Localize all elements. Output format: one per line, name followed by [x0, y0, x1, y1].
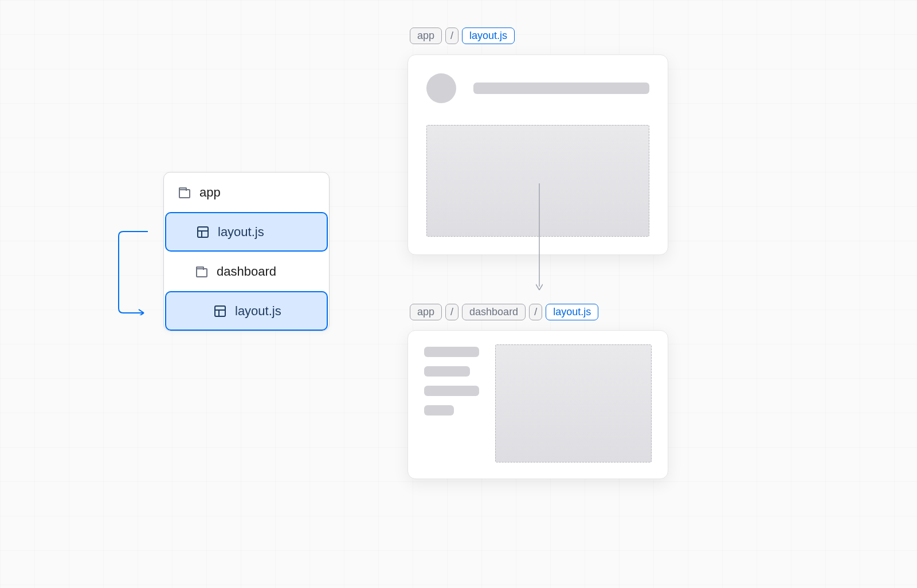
tree-item-label: layout.js [218, 225, 264, 240]
tree-item-dashboard-layout[interactable]: layout.js [165, 291, 328, 331]
breadcrumb-segment-layout: layout.js [546, 304, 598, 320]
preview-sidebar [424, 344, 479, 462]
file-tree: app layout.js dashboard layout.js [163, 172, 330, 331]
children-slot [495, 344, 652, 462]
breadcrumb-separator: / [445, 28, 458, 44]
breadcrumb-bottom: app / dashboard / layout.js [410, 304, 598, 320]
breadcrumb-segment-layout: layout.js [462, 28, 515, 44]
layout-icon [214, 305, 226, 317]
tree-item-label: dashboard [217, 264, 276, 279]
tree-item-label: app [199, 185, 221, 200]
nav-item-placeholder [424, 386, 479, 396]
folder-icon [179, 189, 190, 198]
layout-preview-dashboard [407, 330, 668, 479]
tree-item-dashboard[interactable]: dashboard [164, 252, 329, 291]
layout-preview-root [407, 54, 668, 255]
breadcrumb-separator: / [529, 304, 542, 320]
tree-item-label: layout.js [235, 304, 281, 319]
tree-item-app[interactable]: app [164, 173, 329, 212]
breadcrumb-segment-app: app [410, 304, 442, 320]
tree-connector-arrow [116, 229, 151, 315]
preview-header [426, 73, 649, 103]
nav-item-placeholder [424, 405, 454, 415]
layout-icon [197, 226, 209, 238]
tree-item-app-layout[interactable]: layout.js [165, 212, 328, 252]
breadcrumb-segment-dashboard: dashboard [462, 304, 526, 320]
avatar-placeholder [426, 73, 456, 103]
nav-item-placeholder [424, 366, 470, 377]
breadcrumb-top: app / layout.js [410, 28, 515, 44]
children-slot [426, 125, 649, 237]
nav-item-placeholder [424, 347, 479, 357]
breadcrumb-separator: / [445, 304, 458, 320]
breadcrumb-segment-app: app [410, 28, 442, 44]
title-bar-placeholder [473, 83, 649, 94]
folder-icon [196, 268, 207, 277]
